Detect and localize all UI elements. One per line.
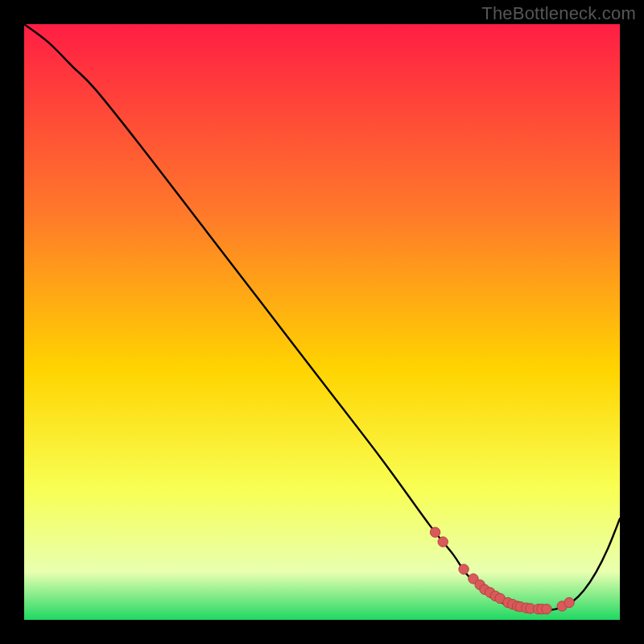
gradient-background bbox=[24, 24, 620, 620]
marker-dot bbox=[542, 604, 551, 613]
bottleneck-chart bbox=[24, 24, 620, 620]
marker-dot bbox=[430, 527, 440, 537]
marker-dot bbox=[459, 564, 469, 574]
watermark-text: TheBottleneck.com bbox=[481, 3, 636, 24]
marker-dot bbox=[564, 597, 574, 607]
marker-dot bbox=[438, 537, 448, 547]
chart-frame: TheBottleneck.com bbox=[0, 0, 644, 644]
plot-area bbox=[24, 24, 620, 620]
